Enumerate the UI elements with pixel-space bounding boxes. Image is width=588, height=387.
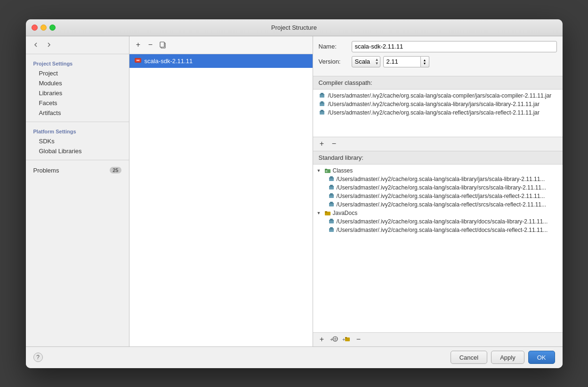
add-folder-icon: + — [342, 336, 351, 343]
version-number-wrapper: ▲ ▼ — [383, 56, 429, 67]
jar-icon — [328, 227, 335, 233]
jar-icon — [328, 176, 335, 182]
project-settings-header: Project Settings — [26, 58, 129, 68]
classpath-section: Compiler classpath: /Users/admaster/.ivy… — [313, 76, 563, 151]
version-type-select[interactable]: Scala — [352, 56, 380, 67]
add-stdlib-url-button[interactable]: + — [329, 334, 339, 345]
classes-node[interactable]: ▼ C Classes — [313, 166, 563, 175]
javadocs-node[interactable]: ▼ JavaDocs — [313, 209, 563, 217]
stdlib-section: Standard library: ▼ C Classes — [313, 151, 563, 346]
javadocs-collapse-icon: ▼ — [317, 211, 322, 215]
add-stdlib-folder-button[interactable]: + — [341, 334, 352, 345]
main-area: + − — [129, 36, 563, 346]
problems-row[interactable]: Problems 25 — [26, 164, 129, 177]
jar-icon — [319, 101, 325, 107]
sidebar-item-global-libraries[interactable]: Global Libraries — [26, 146, 129, 156]
classes-folder-icon: C — [324, 167, 331, 174]
close-button[interactable] — [32, 25, 38, 31]
svg-rect-12 — [321, 110, 323, 111]
problems-label: Problems — [33, 167, 110, 174]
svg-rect-24 — [330, 193, 333, 195]
add-classpath-button[interactable]: + — [317, 139, 327, 149]
svg-rect-18 — [330, 176, 333, 178]
javadocs-item-text: /Users/admaster/.ivy2/cache/org.scala-la… — [337, 218, 548, 225]
remove-classpath-button[interactable]: − — [329, 139, 339, 149]
sidebar-divider2 — [26, 160, 129, 160]
remove-stdlib-button[interactable]: − — [354, 334, 364, 345]
classes-label: Classes — [333, 167, 353, 174]
classes-child-1: /Users/admaster/.ivy2/cache/org.scala-la… — [313, 183, 563, 192]
svg-rect-34 — [329, 228, 334, 232]
svg-text:+: + — [330, 337, 333, 342]
sidebar-divider — [26, 122, 129, 122]
sidebar-item-libraries[interactable]: Libraries — [26, 88, 129, 98]
sidebar-item-facets[interactable]: Facets — [26, 98, 129, 108]
classpath-item: /Users/admaster/.ivy2/cache/org.scala-la… — [313, 100, 563, 108]
maximize-button[interactable] — [49, 25, 56, 31]
svg-rect-11 — [320, 111, 324, 115]
name-label: Name: — [319, 43, 352, 50]
classpath-item: /Users/admaster/.ivy2/cache/org.scala-la… — [313, 91, 563, 100]
sidebar-item-sdks[interactable]: SDKs — [26, 136, 129, 146]
version-field-row: Version: Scala ▲▼ — [319, 56, 557, 67]
version-label: Version: — [319, 58, 352, 65]
detail-panel: Name: Version: Scala — [313, 36, 563, 346]
title-bar: Project Structure — [26, 19, 563, 36]
svg-rect-26 — [329, 203, 334, 206]
classes-collapse-icon: ▼ — [317, 168, 322, 173]
svg-rect-43 — [345, 337, 347, 338]
sidebar: Project Settings Project Modules Librari… — [26, 36, 129, 346]
version-number-stepper[interactable]: ▲ ▼ — [421, 56, 429, 67]
classpath-item-text: /Users/admaster/.ivy2/cache/org.scala-la… — [328, 92, 552, 99]
jar-icon — [328, 184, 335, 191]
svg-rect-31 — [329, 220, 334, 223]
detail-top: Name: Version: Scala — [313, 36, 563, 76]
svg-rect-35 — [330, 227, 333, 229]
copy-sdk-button[interactable] — [158, 40, 168, 50]
remove-sdk-button[interactable]: − — [145, 40, 156, 50]
version-number-input[interactable] — [383, 56, 421, 67]
back-button[interactable] — [31, 40, 41, 50]
classpath-item: /Users/admaster/.ivy2/cache/org.scala-la… — [313, 108, 563, 117]
help-button[interactable]: ? — [33, 353, 43, 362]
sidebar-item-modules[interactable]: Modules — [26, 78, 129, 88]
compiler-classpath-label: Compiler classpath: — [313, 76, 563, 90]
svg-rect-4 — [137, 60, 139, 61]
classes-item-text: /Users/admaster/.ivy2/cache/org.scala-la… — [337, 201, 547, 208]
sidebar-item-project[interactable]: Project — [26, 68, 129, 78]
svg-rect-8 — [320, 102, 324, 106]
name-input[interactable] — [352, 41, 557, 52]
sdk-list-item[interactable]: scala-sdk-2.11.11 — [129, 54, 313, 68]
sidebar-content: Project Settings Project Modules Librari… — [26, 54, 129, 346]
add-sdk-button[interactable]: + — [133, 40, 144, 50]
cancel-button[interactable]: Cancel — [451, 351, 487, 364]
javadocs-child-1: /Users/admaster/.ivy2/cache/org.scala-la… — [313, 226, 563, 234]
sidebar-item-artifacts[interactable]: Artifacts — [26, 108, 129, 118]
minimize-button[interactable] — [40, 25, 47, 31]
classes-item-text: /Users/admaster/.ivy2/cache/org.scala-la… — [337, 193, 545, 199]
forward-button[interactable] — [44, 40, 54, 50]
svg-rect-6 — [321, 93, 323, 94]
svg-rect-9 — [321, 101, 323, 103]
javadocs-label: JavaDocs — [333, 210, 358, 216]
sdk-item-label: scala-sdk-2.11.11 — [145, 58, 193, 65]
apply-button[interactable]: Apply — [491, 351, 524, 364]
classes-item-text: /Users/admaster/.ivy2/cache/org.scala-la… — [337, 176, 545, 182]
add-stdlib-button[interactable]: + — [317, 334, 327, 345]
jar-icon — [328, 201, 335, 208]
jar-icon — [328, 193, 335, 199]
window-body: Project Settings Project Modules Librari… — [26, 36, 563, 346]
add-url-icon: + — [330, 336, 338, 343]
sdk-list: scala-sdk-2.11.11 — [129, 54, 313, 346]
ok-button[interactable]: OK — [528, 351, 555, 364]
version-row: Scala ▲▼ ▲ — [352, 56, 429, 67]
svg-rect-30 — [325, 211, 327, 213]
svg-rect-5 — [320, 94, 324, 98]
classpath-toolbar: + − — [313, 137, 563, 151]
classpath-item-text: /Users/admaster/.ivy2/cache/org.scala-la… — [328, 109, 540, 116]
stdlib-label: Standard library: — [313, 151, 563, 165]
classes-child-0: /Users/admaster/.ivy2/cache/org.scala-la… — [313, 175, 563, 183]
name-field-row: Name: — [319, 41, 557, 52]
jar-icon — [319, 92, 325, 99]
svg-rect-1 — [160, 42, 164, 47]
